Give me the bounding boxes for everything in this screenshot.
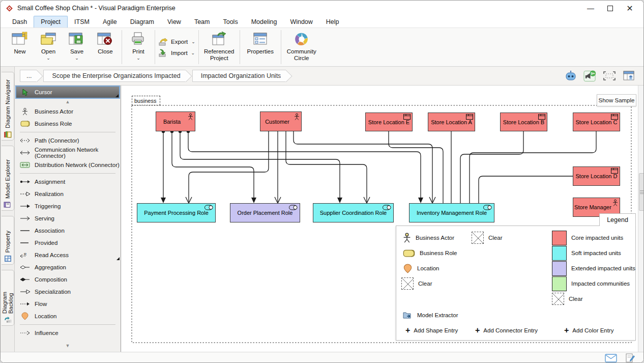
legend-color-soft[interactable]: Soft impacted units — [552, 245, 621, 261]
menu-view[interactable]: View — [161, 16, 188, 27]
breadcrumb-item-scope[interactable]: Scope the Enterprise Organizations Impac… — [43, 70, 185, 82]
import-button[interactable]: Import ⌄ — [158, 49, 195, 57]
palette-influence[interactable]: Influence — [15, 327, 121, 339]
palette-provided[interactable]: Provided — [15, 237, 121, 249]
palette-location[interactable]: Location — [15, 310, 121, 322]
palette-aggregation[interactable]: Aggregation — [15, 261, 121, 273]
node-order-placement-role[interactable]: Order Placement Role — [230, 203, 300, 222]
referenced-project-button[interactable]: Referenced Project — [201, 30, 238, 64]
legend-location[interactable]: Location — [403, 261, 439, 276]
community-circle-button[interactable]: Community Circle — [283, 30, 320, 64]
node-customer[interactable]: Customer — [260, 111, 302, 131]
node-store-location-b[interactable]: Store Location B — [500, 113, 547, 131]
node-payment-processing-role[interactable]: Payment Processing Role — [137, 203, 216, 222]
node-store-location-a[interactable]: Store Location A — [428, 113, 475, 131]
add-connector-entry-button[interactable]: + Add Connector Entry — [475, 323, 538, 338]
menu-tools[interactable]: Tools — [216, 16, 244, 27]
scrollbar-thumb[interactable] — [639, 173, 644, 211]
legend-business-actor[interactable]: Business Actor — [403, 230, 454, 245]
palette-distribution-network[interactable]: Distribution Network (Connector) — [15, 159, 121, 171]
palette-cursor[interactable]: Cursor — [16, 86, 120, 98]
menu-project[interactable]: Project — [34, 16, 68, 27]
legend-connector-clear[interactable]: Clear — [472, 230, 502, 245]
legend-color-extended[interactable]: Extended impacted units — [552, 261, 635, 276]
palette-specialization[interactable]: Specialization — [15, 286, 121, 298]
assistant-robot-button[interactable] — [564, 70, 577, 82]
palette-scroll-down[interactable]: ▼ — [15, 342, 121, 349]
read-access-more-indicator[interactable] — [116, 257, 120, 260]
minimize-button[interactable]: — — [587, 5, 594, 12]
business-role-icon — [19, 121, 31, 127]
canvas-vertical-scrollbar[interactable] — [638, 86, 644, 352]
node-store-location-c[interactable]: Store Location C — [573, 113, 620, 131]
tab-model-explorer[interactable]: Model Explorer — [2, 146, 14, 211]
node-store-location-e[interactable]: Store Location E — [365, 113, 413, 131]
legend-shape-clear[interactable]: Clear — [401, 276, 432, 291]
export-dropdown-chevron[interactable]: ⌄ — [191, 39, 195, 44]
menu-modeling[interactable]: Modeling — [245, 16, 284, 27]
messages-icon[interactable] — [605, 354, 617, 362]
menu-team[interactable]: Team — [188, 16, 217, 27]
announcements-button[interactable]: 9+ — [583, 70, 597, 82]
close-project-button[interactable]: Close — [91, 30, 120, 64]
palette-business-actor[interactable]: Business Actor — [15, 105, 121, 118]
palette-triggering[interactable]: Triggering — [15, 200, 121, 212]
node-inventory-management-role[interactable]: Inventory Management Role — [409, 203, 494, 222]
tab-diagram-backlog[interactable]: Diagram Backlog — [2, 270, 14, 326]
legend-color-clear[interactable]: Clear — [552, 291, 582, 306]
palette-scroll-up[interactable]: ▲ — [15, 98, 121, 105]
palette-business-role[interactable]: Business Role — [15, 118, 121, 130]
palette-serving[interactable]: Serving — [15, 212, 121, 225]
palette-realization[interactable]: Realization — [15, 188, 121, 200]
diagram-layers-button[interactable] — [622, 70, 635, 82]
legend-color-core[interactable]: Core impacted units — [552, 230, 623, 245]
edit-document-icon[interactable] — [625, 353, 635, 363]
tab-diagram-navigator[interactable]: Diagram Navigator — [2, 72, 14, 141]
palette-assignment[interactable]: Assignment — [15, 176, 121, 188]
palette-communication-network[interactable]: Communication Network (Connector) — [15, 147, 121, 159]
open-button[interactable]: Open ⌄ — [34, 30, 63, 64]
palette-flow[interactable]: Flow — [15, 298, 121, 310]
menu-dash[interactable]: Dash — [6, 16, 34, 27]
save-dropdown-chevron[interactable]: ⌄ — [75, 55, 79, 61]
palette-read-access[interactable]: R Read Access — [15, 249, 121, 261]
tab-property[interactable]: Property — [2, 216, 14, 265]
import-dropdown-chevron[interactable]: ⌄ — [191, 50, 195, 55]
properties-button[interactable]: Properties — [242, 30, 279, 64]
save-button[interactable]: Save ⌄ — [63, 30, 91, 64]
menu-diagram[interactable]: Diagram — [124, 16, 161, 27]
menu-help[interactable]: Help — [319, 16, 346, 27]
palette-association[interactable]: Association — [15, 225, 121, 237]
add-color-entry-button[interactable]: + Add Color Entry — [564, 323, 614, 338]
open-dropdown-chevron[interactable]: ⌄ — [46, 55, 50, 61]
palette-composition[interactable]: Composition — [15, 273, 121, 286]
flow-icon — [19, 301, 31, 306]
open-label: Open — [41, 48, 55, 55]
export-button[interactable]: Export ⌄ — [158, 38, 195, 46]
new-button[interactable]: New — [6, 30, 34, 64]
node-store-location-d[interactable]: Store Location D — [573, 166, 620, 186]
maximize-button[interactable] — [607, 6, 613, 11]
print-button[interactable]: Print ⌄ — [124, 30, 153, 64]
diagram-canvas[interactable]: business Barista Customer — [121, 86, 644, 352]
legend-model-extractor[interactable]: Model Extractor — [403, 308, 458, 323]
print-dropdown-chevron[interactable]: ⌄ — [136, 55, 140, 61]
legend-color-communities[interactable]: Impacted communities — [552, 276, 630, 291]
node-label: Store Manager — [574, 204, 611, 210]
close-button[interactable]: ✕ — [626, 5, 633, 12]
breadcrumb-root[interactable]: ... — [20, 70, 37, 82]
palette-path-connector[interactable]: Path (Connector) — [15, 134, 121, 147]
show-sample-button[interactable]: Show Sample — [597, 94, 636, 106]
fit-frame-button[interactable] — [603, 70, 616, 82]
diagram-backlog-icon — [4, 316, 12, 323]
menu-window[interactable]: Window — [283, 16, 319, 27]
legend-business-role[interactable]: Business Role — [403, 245, 457, 261]
add-shape-entry-button[interactable]: + Add Shape Entry — [405, 323, 458, 338]
node-supplier-coordination-role[interactable]: Supplier Coordination Role — [313, 203, 394, 222]
breadcrumb-item-impacted-units[interactable]: Impacted Organization Units — [192, 70, 286, 82]
menu-agile[interactable]: Agile — [96, 16, 124, 27]
menu-itsm[interactable]: ITSM — [68, 16, 96, 27]
node-barista[interactable]: Barista — [156, 111, 195, 131]
palette-distribution-network-label: Distribution Network (Connector) — [35, 162, 120, 168]
business-boundary-label[interactable]: business — [132, 96, 160, 105]
